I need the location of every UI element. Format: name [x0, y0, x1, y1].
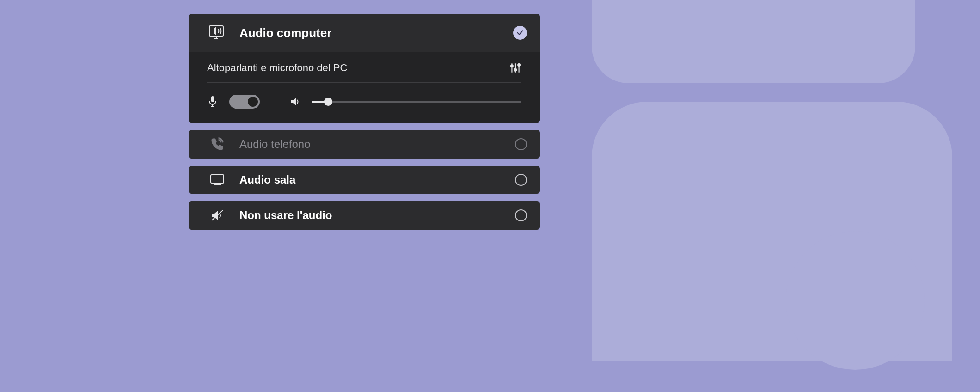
svg-point-6: [511, 65, 513, 67]
volume-slider[interactable]: [312, 96, 521, 107]
volume-thumb[interactable]: [324, 98, 332, 106]
option-phone-audio[interactable]: Audio telefono: [189, 130, 540, 159]
computer-audio-settings: Altoparlanti e microfono del PC: [189, 52, 540, 122]
option-computer-audio[interactable]: Audio computer Altoparlanti e microfono …: [189, 14, 540, 122]
option-none-label: Non usare l'audio: [239, 209, 503, 222]
phone-icon: [207, 137, 227, 151]
audio-settings-icon[interactable]: [509, 62, 521, 74]
radio-unselected-icon[interactable]: [515, 174, 527, 186]
audio-options-panel: Audio computer Altoparlanti e microfono …: [189, 14, 540, 230]
radio-unselected-icon[interactable]: [515, 209, 527, 221]
option-room-audio[interactable]: Audio sala: [189, 166, 540, 194]
selected-check-icon: [513, 26, 527, 40]
option-no-audio[interactable]: Non usare l'audio: [189, 201, 540, 230]
svg-rect-9: [211, 96, 214, 102]
option-computer-label: Audio computer: [239, 26, 501, 40]
computer-audio-icon: [207, 25, 227, 41]
microphone-icon: [207, 96, 218, 108]
option-phone-label: Audio telefono: [239, 138, 503, 151]
svg-point-8: [518, 64, 520, 66]
device-name-label: Altoparlanti e microfono del PC: [207, 62, 347, 74]
speaker-icon: [289, 96, 300, 107]
radio-unselected-icon[interactable]: [515, 138, 527, 150]
background-shape: [592, 0, 915, 83]
room-icon: [207, 173, 227, 186]
microphone-toggle[interactable]: [229, 95, 260, 109]
svg-point-7: [514, 69, 517, 71]
option-room-label: Audio sala: [239, 173, 503, 186]
speaker-muted-icon: [207, 208, 227, 222]
background-shape: [786, 231, 925, 370]
option-computer-header[interactable]: Audio computer: [189, 14, 540, 52]
svg-rect-12: [211, 175, 224, 183]
